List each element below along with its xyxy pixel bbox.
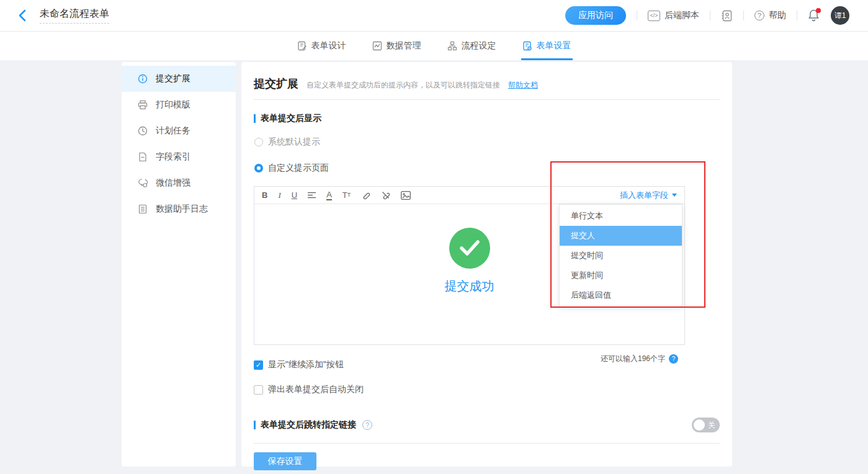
insert-field-menu: 单行文本 提交人 提交时间 更新时间 后端返回值	[559, 204, 682, 307]
notification-badge	[816, 8, 821, 13]
menu-item-single-line-text[interactable]: 单行文本	[560, 206, 682, 226]
contacts-button[interactable]	[721, 10, 733, 22]
main-panel: 提交扩展 自定义表单提交成功后的提示内容，以及可以跳转指定链接 帮助文档 表单提…	[241, 62, 732, 467]
top-bar: 未命名流程表单 应用访问 </> 后端脚本 ? 帮助	[0, 0, 868, 32]
checkbox-label: 弹出表单提交后自动关闭	[268, 384, 364, 395]
section-marker	[254, 421, 256, 429]
backend-script-button[interactable]: </> 后端脚本	[648, 10, 699, 21]
sidebar-item-print-template[interactable]: 打印模版	[122, 92, 236, 118]
font-color-button[interactable]: A	[326, 190, 332, 200]
insert-form-field-label: 插入表单字段	[620, 190, 668, 201]
code-icon: </>	[648, 11, 660, 21]
toggle-knob	[694, 419, 705, 431]
image-button[interactable]	[401, 191, 411, 200]
form-title[interactable]: 未命名流程表单	[40, 7, 109, 24]
checkbox-auto-close[interactable]: 弹出表单提交后自动关闭	[254, 384, 720, 395]
separator	[637, 11, 637, 20]
divider	[254, 443, 720, 444]
sidebar-item-data-assistant-log[interactable]: 数据助手日志	[122, 196, 236, 222]
contacts-icon	[721, 10, 733, 22]
radio-custom-page[interactable]: 自定义提示页面	[254, 163, 720, 174]
align-button[interactable]	[308, 192, 316, 199]
sidebar-item-scheduled-tasks[interactable]: 计划任务	[122, 118, 236, 144]
link-button[interactable]	[361, 190, 370, 200]
menu-item-backend-return-value[interactable]: 后端返回值	[560, 285, 682, 305]
menu-item-submitter[interactable]: 提交人	[560, 226, 682, 246]
editor-toolbar: B I U A TT 插入表单字段	[254, 187, 684, 204]
question-icon: ?	[754, 11, 764, 20]
section-marker	[254, 114, 256, 123]
sidebar-item-label: 数据助手日志	[156, 203, 208, 215]
counter-help-icon[interactable]: ?	[669, 354, 678, 364]
radio-icon-selected[interactable]	[254, 164, 263, 172]
panel-header: 提交扩展 自定义表单提交成功后的提示内容，以及可以跳转指定链接 帮助文档	[254, 62, 720, 100]
sidebar-item-submit-extension[interactable]: 提交扩展	[122, 66, 236, 92]
sidebar-item-label: 计划任务	[156, 125, 190, 136]
data-management-icon	[372, 41, 382, 51]
app-access-button[interactable]: 应用访问	[565, 6, 626, 25]
radio-system-default[interactable]: 系统默认提示	[254, 136, 720, 148]
flow-settings-icon	[447, 41, 457, 51]
topbar-actions: 应用访问 </> 后端脚本 ? 帮助	[565, 6, 849, 25]
form-design-icon	[297, 41, 307, 51]
tab-label: 数据管理	[387, 40, 421, 51]
rich-text-editor: B I U A TT 插入表单字段	[254, 186, 685, 345]
char-counter: 还可以输入196个字 ?	[601, 354, 678, 364]
char-counter-text: 还可以输入196个字	[601, 354, 665, 364]
sidebar-item-label: 字段索引	[156, 151, 190, 163]
log-icon	[138, 204, 148, 214]
backend-script-label: 后端脚本	[664, 10, 699, 21]
tab-form-settings[interactable]: 表单设置	[521, 32, 573, 60]
checkbox-unchecked-icon[interactable]	[254, 385, 263, 395]
redirect-help-icon[interactable]: ?	[362, 420, 372, 430]
sidebar-item-label: 打印模版	[156, 99, 190, 110]
radio-label: 系统默认提示	[268, 136, 320, 148]
separator	[797, 11, 797, 20]
font-size-button[interactable]: TT	[342, 191, 351, 199]
back-icon[interactable]	[16, 9, 30, 22]
wechat-icon	[138, 178, 148, 188]
tab-bar: 表单设计 数据管理 流程设定 表单设置	[0, 32, 868, 60]
insert-form-field-dropdown[interactable]: 插入表单字段	[620, 190, 677, 201]
page-subtitle: 自定义表单提交成功后的提示内容，以及可以跳转指定链接	[306, 80, 500, 91]
unlink-button[interactable]	[381, 190, 390, 200]
radio-label: 自定义提示页面	[268, 163, 329, 174]
tab-flow-settings[interactable]: 流程设定	[446, 32, 498, 60]
tab-data-management[interactable]: 数据管理	[371, 32, 423, 60]
sidebar-item-wechat-enhance[interactable]: 微信增强	[122, 170, 236, 196]
sidebar-item-label: 提交扩展	[156, 73, 190, 84]
clock-icon	[138, 126, 148, 136]
radio-icon[interactable]	[254, 138, 263, 146]
toggle-label: 关	[708, 420, 715, 431]
sidebar-item-field-index[interactable]: 字段索引	[122, 144, 236, 170]
printer-icon	[138, 100, 148, 110]
help-doc-link[interactable]: 帮助文档	[508, 80, 538, 91]
avatar[interactable]: 谭1	[831, 6, 849, 25]
underline-button[interactable]: U	[292, 191, 297, 199]
form-settings-icon	[522, 41, 532, 51]
italic-button[interactable]: I	[278, 191, 280, 199]
help-button[interactable]: ? 帮助	[754, 10, 786, 21]
tab-label: 表单设置	[537, 40, 571, 51]
file-icon	[138, 152, 148, 162]
tab-form-design[interactable]: 表单设计	[296, 32, 347, 60]
notification-bell-icon[interactable]	[808, 9, 820, 22]
section-redirect-link: 表单提交后跳转指定链接 ? 关	[254, 418, 720, 432]
settings-sidebar: 提交扩展 打印模版 计划任务 字段索引 微信增强 数据助手日志	[122, 62, 236, 467]
separator	[743, 11, 744, 20]
menu-item-submit-time[interactable]: 提交时间	[560, 246, 682, 266]
help-label: 帮助	[769, 10, 786, 21]
chevron-down-icon	[672, 194, 677, 197]
page-title: 提交扩展	[254, 76, 298, 91]
save-settings-button[interactable]: 保存设置	[254, 452, 316, 470]
sidebar-item-label: 微信增强	[156, 177, 190, 189]
section-title: 表单提交后显示	[261, 113, 321, 124]
tab-label: 表单设计	[311, 40, 346, 51]
section-title: 表单提交后跳转指定链接	[261, 419, 356, 431]
bold-button[interactable]: B	[262, 191, 267, 199]
redirect-toggle[interactable]: 关	[692, 418, 720, 432]
menu-item-update-time[interactable]: 更新时间	[560, 266, 682, 285]
separator	[710, 11, 710, 20]
tab-label: 流程设定	[462, 40, 496, 51]
info-icon	[138, 74, 148, 84]
